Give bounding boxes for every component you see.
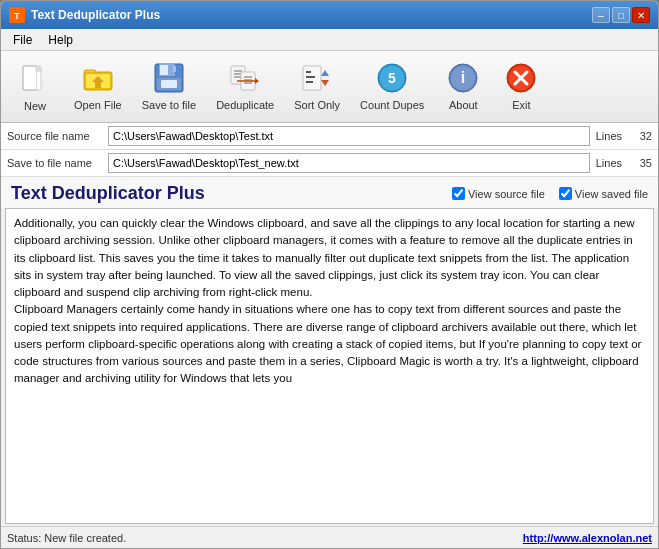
save-file-row: Save to file name Lines 35 <box>1 150 658 177</box>
view-options: View source file View saved file <box>452 187 648 200</box>
about-icon: i <box>447 62 479 97</box>
dedup-icon <box>229 62 261 97</box>
save-file-input[interactable] <box>108 153 590 173</box>
exit-icon <box>505 62 537 97</box>
source-lines-count: 32 <box>628 130 652 142</box>
minimize-button[interactable]: – <box>592 7 610 23</box>
count-icon: 5 <box>376 62 408 97</box>
menu-bar: File Help <box>1 29 658 51</box>
svg-marker-36 <box>321 70 329 76</box>
source-file-label: Source file name <box>7 130 102 142</box>
view-source-text: View source file <box>468 188 545 200</box>
svg-rect-18 <box>173 66 176 72</box>
open-button[interactable]: Open File <box>65 57 131 117</box>
sort-button[interactable]: Sort Only <box>285 57 349 117</box>
view-source-checkbox[interactable] <box>452 187 465 200</box>
app-icon: T <box>9 7 25 23</box>
about-label: About <box>449 99 478 111</box>
status-bar: Status: New file created. http://www.ale… <box>1 526 658 548</box>
svg-rect-17 <box>161 80 177 88</box>
new-button[interactable]: New <box>7 57 63 117</box>
save-button[interactable]: Save to file <box>133 57 205 117</box>
content-title: Text Deduplicator Plus <box>11 183 205 204</box>
open-icon <box>82 62 114 97</box>
exit-button[interactable]: Exit <box>493 57 549 117</box>
svg-marker-37 <box>321 80 329 86</box>
content-header: Text Deduplicator Plus View source file … <box>1 177 658 208</box>
svg-rect-4 <box>24 67 36 89</box>
view-source-label[interactable]: View source file <box>452 187 545 200</box>
save-lines-label: Lines <box>596 157 622 169</box>
source-file-input[interactable] <box>108 126 590 146</box>
main-window: T Text Deduplicator Plus – □ ✕ File Help <box>0 0 659 549</box>
text-content[interactable]: Additionally, you can quickly clear the … <box>6 209 653 523</box>
title-bar: T Text Deduplicator Plus – □ ✕ <box>1 1 658 29</box>
menu-help[interactable]: Help <box>40 31 81 49</box>
sort-label: Sort Only <box>294 99 340 111</box>
toolbar: New Open File <box>1 51 658 123</box>
save-file-label: Save to file name <box>7 157 102 169</box>
dedup-label: Deduplicate <box>216 99 274 111</box>
new-label: New <box>24 100 46 112</box>
text-area-container: Additionally, you can quickly clear the … <box>5 208 654 524</box>
view-saved-label[interactable]: View saved file <box>559 187 648 200</box>
count-button[interactable]: 5 Count Dupes <box>351 57 433 117</box>
save-lines-count: 35 <box>628 157 652 169</box>
save-label: Save to file <box>142 99 196 111</box>
view-saved-text: View saved file <box>575 188 648 200</box>
status-text: Status: New file created. <box>7 532 126 544</box>
dedup-button[interactable]: Deduplicate <box>207 57 283 117</box>
menu-file[interactable]: File <box>5 31 40 49</box>
title-bar-left: T Text Deduplicator Plus <box>9 7 160 23</box>
sort-icon <box>301 62 333 97</box>
new-icon <box>17 62 53 98</box>
save-icon <box>153 62 185 97</box>
svg-text:5: 5 <box>388 70 396 86</box>
window-title: Text Deduplicator Plus <box>31 8 160 22</box>
exit-label: Exit <box>512 99 530 111</box>
svg-text:T: T <box>14 11 20 21</box>
svg-rect-15 <box>160 65 168 75</box>
view-saved-checkbox[interactable] <box>559 187 572 200</box>
svg-text:i: i <box>461 69 465 86</box>
close-button[interactable]: ✕ <box>632 7 650 23</box>
source-file-row: Source file name Lines 32 <box>1 123 658 150</box>
about-button[interactable]: i About <box>435 57 491 117</box>
maximize-button[interactable]: □ <box>612 7 630 23</box>
window-controls: – □ ✕ <box>592 7 650 23</box>
svg-marker-29 <box>255 78 259 84</box>
open-label: Open File <box>74 99 122 111</box>
source-lines-label: Lines <box>596 130 622 142</box>
count-label: Count Dupes <box>360 99 424 111</box>
status-link[interactable]: http://www.alexnolan.net <box>523 532 652 544</box>
svg-rect-7 <box>36 66 41 71</box>
